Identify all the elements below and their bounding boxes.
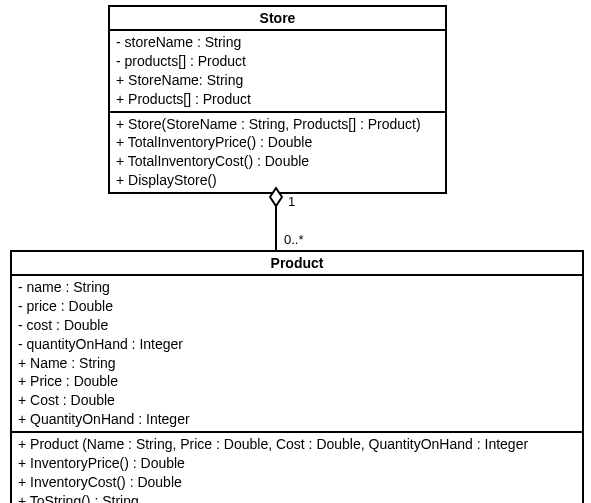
attr-line: + Price : Double [18, 372, 576, 391]
op-line: + TotalInventoryPrice() : Double [116, 133, 439, 152]
attr-line: - cost : Double [18, 316, 576, 335]
class-store-title: Store [110, 7, 445, 31]
attr-line: - price : Double [18, 297, 576, 316]
class-product-title: Product [12, 252, 582, 276]
op-line: + InventoryCost() : Double [18, 473, 576, 492]
class-product-attributes: - name : String - price : Double - cost … [12, 276, 582, 433]
connector-line [275, 205, 277, 250]
op-line: + InventoryPrice() : Double [18, 454, 576, 473]
op-line: + Product (Name : String, Price : Double… [18, 435, 576, 454]
op-line: + Store(StoreName : String, Products[] :… [116, 115, 439, 134]
attr-line: - products[] : Product [116, 52, 439, 71]
op-line: + ToString() : String [18, 492, 576, 503]
attr-line: + QuantityOnHand : Integer [18, 410, 576, 429]
class-store-operations: + Store(StoreName : String, Products[] :… [110, 113, 445, 193]
aggregation-diamond-icon [269, 187, 281, 205]
attr-line: - name : String [18, 278, 576, 297]
attr-line: + Cost : Double [18, 391, 576, 410]
class-store-attributes: - storeName : String - products[] : Prod… [110, 31, 445, 113]
attr-line: + Products[] : Product [116, 90, 439, 109]
class-store: Store - storeName : String - products[] … [108, 5, 447, 194]
attr-line: + StoreName: String [116, 71, 439, 90]
svg-marker-0 [270, 188, 282, 206]
attr-line: + Name : String [18, 354, 576, 373]
multiplicity-top: 1 [288, 194, 295, 209]
class-product-operations: + Product (Name : String, Price : Double… [12, 433, 582, 503]
class-product: Product - name : String - price : Double… [10, 250, 584, 503]
aggregation-connector [275, 187, 277, 250]
op-line: + TotalInventoryCost() : Double [116, 152, 439, 171]
attr-line: - storeName : String [116, 33, 439, 52]
multiplicity-bottom: 0..* [284, 232, 304, 247]
attr-line: - quantityOnHand : Integer [18, 335, 576, 354]
